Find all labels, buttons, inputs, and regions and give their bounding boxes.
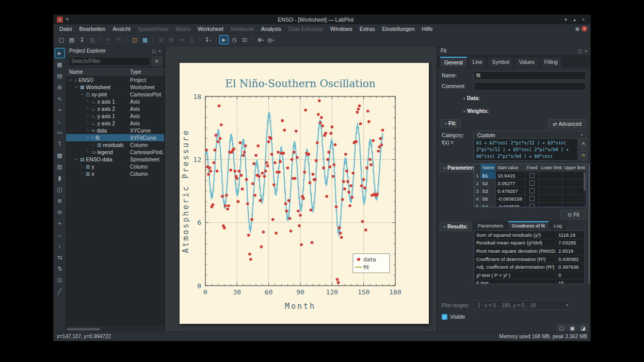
param-upper-limit-cell[interactable]	[562, 203, 586, 207]
tree-row-enso[interactable]: ›⌂ENSOProject	[66, 76, 164, 84]
param-start-value-cell[interactable]: 0.479257	[496, 187, 525, 194]
expander-icon[interactable]: ›	[68, 78, 73, 83]
save-project-button[interactable]: ↧	[77, 35, 87, 44]
scrollbar-handle[interactable]	[584, 172, 586, 191]
menu-extras[interactable]: Extras	[356, 26, 379, 32]
tree-row-fit[interactable]: ›≈fitXYFitCurve	[66, 134, 164, 141]
zoom-button[interactable]: ⊕▾	[256, 35, 265, 44]
layout-break-button[interactable]: ▯	[187, 35, 197, 44]
menu-spreadsheet[interactable]: Spreadsheet	[134, 26, 172, 32]
tab-values[interactable]: Values	[514, 57, 539, 67]
zoom-in-tool[interactable]: ⊕	[55, 195, 65, 206]
param-upper-limit-cell[interactable]	[562, 179, 586, 187]
param-name-cell[interactable]: b4	[481, 203, 496, 207]
explorer-horizontal-scrollbar[interactable]	[66, 326, 164, 332]
dock-vertical-scrollbar[interactable]	[588, 163, 590, 284]
minimize-button[interactable]: ▾	[562, 17, 570, 22]
shift-up-y-tool[interactable]: ⇅	[55, 264, 65, 274]
add-axis-tool[interactable]: ∟	[55, 116, 65, 126]
add-xy-curve-tool[interactable]: ∿	[55, 93, 65, 104]
expander-icon[interactable]: ›	[74, 157, 79, 162]
param-start-value-cell[interactable]: 3.05277	[496, 179, 525, 187]
param-col-header[interactable]: Lower limit	[539, 164, 562, 171]
add-legend-tool[interactable]: ▭	[55, 127, 65, 138]
menu-bearbeiten[interactable]: Bearbeiten	[76, 26, 109, 32]
param-lower-limit-cell[interactable]	[539, 187, 562, 194]
layout-horizontal-button[interactable]: ⊞	[167, 35, 176, 44]
fixed-checkbox[interactable]	[529, 204, 535, 207]
param-upper-limit-cell[interactable]	[562, 172, 586, 179]
tree-row-x-axis-1[interactable]: └∟x axis 1Axis	[66, 98, 164, 105]
tree-row-legend[interactable]: └▭legendCartesianPlotLegend	[66, 149, 164, 156]
tree-row-y[interactable]: └▥yColumn	[66, 163, 164, 170]
zoom-x-tool[interactable]: ↔	[55, 229, 65, 240]
print-button[interactable]: ▥	[88, 35, 97, 44]
param-start-value-cell[interactable]: -0.699536	[496, 203, 525, 207]
new-project-button[interactable]: ▢	[57, 35, 66, 44]
param-lower-limit-cell[interactable]	[539, 172, 562, 179]
open-project-button[interactable]: ▤	[67, 35, 76, 44]
menu-notebook[interactable]: Notebook	[227, 26, 257, 32]
magnification-button[interactable]: ◎▾	[266, 35, 276, 44]
params-table-scrollbar[interactable]	[584, 172, 586, 206]
plot-legend[interactable]: datafit	[353, 254, 390, 273]
expander-icon[interactable]: ›	[74, 85, 79, 90]
param-lower-limit-cell[interactable]	[539, 179, 562, 187]
zoom-select-mode-button[interactable]: ⊡	[240, 35, 249, 44]
tree-row-residuals[interactable]: └▥residualsColumn	[66, 141, 164, 149]
fixed-checkbox[interactable]	[529, 173, 535, 178]
shift-left-x-tool[interactable]: ⇆	[55, 252, 65, 262]
y-axis-label[interactable]: Atmospheric Pressure	[181, 129, 190, 253]
template-copy-button[interactable]: ◪	[578, 324, 588, 332]
expander-icon[interactable]: ›	[85, 136, 90, 140]
fixed-checkbox[interactable]	[529, 180, 535, 186]
results-tab-parameters[interactable]: Parameters	[474, 221, 507, 229]
param-start-value-cell[interactable]: -0.0808158	[496, 195, 525, 202]
expander-icon[interactable]: ›	[79, 92, 85, 97]
tree-row-worksheet[interactable]: ›▦WorksheetWorksheet	[66, 84, 164, 91]
fit-section-toggle[interactable]: ›Fit:	[441, 119, 461, 128]
param-name-cell[interactable]: b1	[481, 172, 496, 179]
tab-filling[interactable]: Filling	[540, 57, 562, 67]
menu-hilfe[interactable]: Hilfe	[418, 26, 436, 32]
tree-row-y-axis-2[interactable]: └∟y axis 2Axis	[66, 120, 164, 127]
tree-row-y-axis-1[interactable]: └∟y axis 1Axis	[66, 112, 164, 120]
tree-row-x-axis-2[interactable]: └∟x axis 2Axis	[66, 105, 164, 112]
function-list-button[interactable]: A	[579, 138, 587, 149]
worksheet-view[interactable]: 0306090120150180061218El Niño-Southern O…	[165, 46, 438, 332]
zoom-select-tool[interactable]: ⌖	[55, 218, 65, 228]
param-col-header[interactable]: Start value	[496, 164, 525, 171]
new-spreadsheet-button[interactable]: ▦	[140, 35, 150, 44]
maximize-button[interactable]: ▴	[571, 17, 578, 22]
scrollbar-handle[interactable]	[67, 328, 100, 331]
column-header-type[interactable]: Type	[128, 69, 164, 75]
menu-windows[interactable]: Windows	[327, 26, 356, 32]
column-header-name[interactable]: Name	[66, 69, 128, 75]
restore-mdi-window-icon[interactable]: ▣	[575, 26, 579, 31]
param-start-value-cell[interactable]: 10.6415	[496, 172, 525, 179]
filter-options-button[interactable]: ≡	[152, 56, 162, 66]
param-col-header[interactable]: Fixed	[525, 164, 539, 171]
float-dock-icon[interactable]: ◻	[152, 48, 155, 54]
close-mdi-window-icon[interactable]: ×	[582, 26, 587, 31]
zoom-y-tool[interactable]: ↕	[55, 241, 65, 251]
export-worksheet-button[interactable]: ↧▾	[203, 35, 213, 44]
add-matrix-tool[interactable]: ⊞	[55, 82, 65, 92]
results-section-toggle[interactable]: ›Results:	[440, 222, 472, 231]
menu-einstellungen[interactable]: Einstellungen	[378, 26, 418, 32]
close-dock-icon[interactable]: ×	[158, 48, 161, 54]
param-name-cell[interactable]: b2	[481, 179, 496, 187]
add-bar-plot-tool[interactable]: ▮	[55, 173, 65, 183]
name-field[interactable]	[474, 71, 586, 80]
param-upper-limit-cell[interactable]	[562, 187, 586, 194]
param-upper-limit-cell[interactable]	[562, 195, 586, 202]
tab-symbol[interactable]: Symbol	[487, 57, 513, 67]
comment-field[interactable]	[474, 82, 586, 91]
param-name-cell[interactable]: b5	[481, 195, 496, 202]
tab-line[interactable]: Line	[468, 57, 487, 67]
fixed-checkbox[interactable]	[529, 196, 535, 201]
plot-title[interactable]: El Niño-Southern Oscillation	[225, 77, 376, 90]
menu-analysis[interactable]: Analysis	[257, 26, 285, 32]
menu-data-extractor[interactable]: Data Extractor	[285, 26, 327, 32]
auto-scale-tool[interactable]: ⊡	[55, 275, 65, 285]
